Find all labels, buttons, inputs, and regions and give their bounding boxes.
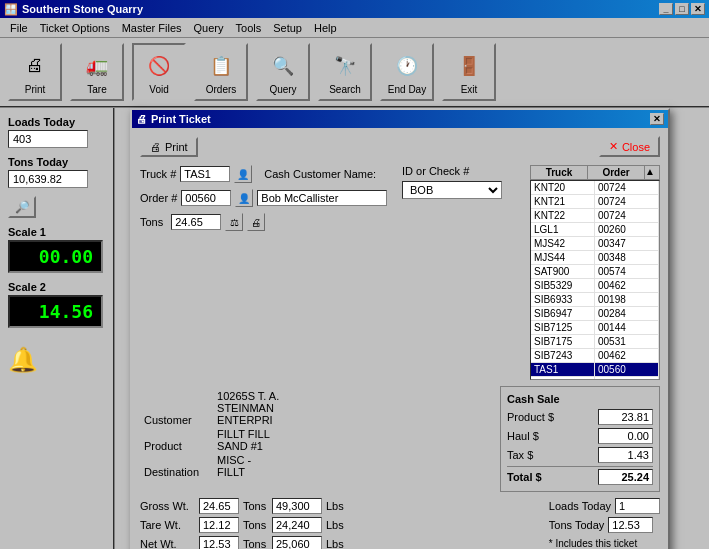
search-label: Search bbox=[329, 84, 361, 95]
truck-list-row[interactable]: MJS4400348 bbox=[531, 251, 659, 265]
exit-button[interactable]: 🚪 Exit bbox=[442, 43, 496, 101]
void-label: Void bbox=[149, 84, 168, 95]
id-check-select[interactable]: BOB bbox=[402, 181, 502, 199]
truck-list-row[interactable]: SIB532900462 bbox=[531, 279, 659, 293]
order-cell: 00198 bbox=[595, 293, 659, 306]
list-header: Truck Order ▲ bbox=[530, 165, 660, 180]
menu-master-files[interactable]: Master Files bbox=[116, 20, 188, 36]
order-cell: 00284 bbox=[595, 307, 659, 320]
menu-setup[interactable]: Setup bbox=[267, 20, 308, 36]
orders-button[interactable]: 📋 Orders bbox=[194, 43, 248, 101]
tare-tons-unit: Tons bbox=[243, 519, 268, 531]
order-cell: 00560 bbox=[595, 363, 659, 376]
menu-query[interactable]: Query bbox=[188, 20, 230, 36]
tare-lbs-unit: Lbs bbox=[326, 519, 351, 531]
truck-list-row[interactable]: SAT90000574 bbox=[531, 265, 659, 279]
truck-input[interactable] bbox=[180, 166, 230, 182]
tons-input[interactable] bbox=[171, 214, 221, 230]
order-cell: 00209 bbox=[595, 377, 659, 380]
minimize-button[interactable]: _ bbox=[659, 3, 673, 15]
gross-tons-unit: Tons bbox=[243, 500, 268, 512]
gross-lbs-unit: Lbs bbox=[326, 500, 351, 512]
print-btn-icon: 🖨 bbox=[150, 141, 161, 153]
truck-cell: WIN350 bbox=[531, 377, 595, 380]
dialog-title-left: 🖨 Print Ticket bbox=[136, 113, 211, 125]
truck-cell: SIB5329 bbox=[531, 279, 595, 292]
truck-label: Truck # bbox=[140, 168, 176, 180]
truck-cell: KNT21 bbox=[531, 195, 595, 208]
truck-cell: KNT20 bbox=[531, 181, 595, 194]
print-toolbar-button[interactable]: 🖨 Print bbox=[8, 43, 62, 101]
menu-bar: File Ticket Options Master Files Query T… bbox=[0, 18, 709, 38]
end-day-button[interactable]: 🕐 End Day bbox=[380, 43, 434, 101]
menu-ticket-options[interactable]: Ticket Options bbox=[34, 20, 116, 36]
order-input[interactable] bbox=[181, 190, 231, 206]
tare-button[interactable]: 🚛 Tare bbox=[70, 43, 124, 101]
tons-today-section: Tons Today 10,639.82 bbox=[8, 156, 105, 188]
list-col-order: Order bbox=[588, 166, 645, 179]
truck-list-row[interactable]: SIB717500531 bbox=[531, 335, 659, 349]
loads-today-section: Loads Today 403 bbox=[8, 116, 105, 148]
product-field-value: FILLT FILL SAND #1 bbox=[217, 428, 282, 452]
cash-customer-label: Cash Customer Name: bbox=[264, 168, 376, 180]
truck-cell: KNT22 bbox=[531, 209, 595, 222]
order-cell: 00462 bbox=[595, 349, 659, 362]
left-panel: Loads Today 403 Tons Today 10,639.82 🔎 S… bbox=[0, 108, 115, 549]
id-check-label: ID or Check # bbox=[402, 165, 522, 177]
truck-list-row[interactable]: KNT2100724 bbox=[531, 195, 659, 209]
destination-row: Destination MISC - FILLT bbox=[144, 454, 488, 478]
orders-icon: 📋 bbox=[205, 50, 237, 82]
dialog-loads-value: 1 bbox=[615, 498, 660, 514]
order-lookup-button[interactable]: 👤 bbox=[235, 189, 253, 207]
menu-file[interactable]: File bbox=[4, 20, 34, 36]
customer-info: Customer 10265S T. A. STEINMAN ENTERPRI … bbox=[140, 386, 492, 492]
scale-icon-button[interactable]: ⚖ bbox=[225, 213, 243, 231]
truck-cell: SIB7125 bbox=[531, 321, 595, 334]
scroll-up-button[interactable]: ▲ bbox=[645, 166, 659, 179]
menu-tools[interactable]: Tools bbox=[230, 20, 268, 36]
query-button[interactable]: 🔍 Query bbox=[256, 43, 310, 101]
scale2-label: Scale 2 bbox=[8, 281, 105, 293]
product-price-row: Product $ 23.81 bbox=[507, 409, 653, 425]
haul-value: 0.00 bbox=[598, 428, 653, 444]
title-bar-left: 🪟 Southern Stone Quarry bbox=[4, 3, 143, 16]
truck-list-row[interactable]: KNT2000724 bbox=[531, 181, 659, 195]
close-button[interactable]: ✕ Close bbox=[599, 136, 660, 157]
product-price-label: Product $ bbox=[507, 411, 554, 423]
print-small-button[interactable]: 🖨 bbox=[247, 213, 265, 231]
customer-name-input[interactable] bbox=[257, 190, 387, 206]
close-icon: ✕ bbox=[609, 140, 618, 153]
tare-lbs: 24,240 bbox=[272, 517, 322, 533]
truck-list-row[interactable]: SIB694700284 bbox=[531, 307, 659, 321]
app-title: Southern Stone Quarry bbox=[22, 3, 143, 15]
query-label: Query bbox=[269, 84, 296, 95]
truck-list[interactable]: KNT2000724KNT2100724KNT2200724LGL100260M… bbox=[530, 180, 660, 380]
truck-list-row[interactable]: TAS100560 bbox=[531, 363, 659, 377]
loads-section: Loads Today 1 Tons Today 12.53 * Include… bbox=[549, 498, 660, 549]
truck-list-row[interactable]: WIN35000209 bbox=[531, 377, 659, 380]
truck-list-row[interactable]: SIB693300198 bbox=[531, 293, 659, 307]
customer-row: Customer 10265S T. A. STEINMAN ENTERPRI bbox=[144, 390, 488, 426]
maximize-button[interactable]: □ bbox=[675, 3, 689, 15]
truck-list-row[interactable]: KNT2200724 bbox=[531, 209, 659, 223]
dialog-tons-value: 12.53 bbox=[608, 517, 653, 533]
truck-lookup-button[interactable]: 👤 bbox=[234, 165, 252, 183]
dialog-close-x-button[interactable]: ✕ bbox=[650, 113, 664, 125]
truck-list-row[interactable]: MJS4200347 bbox=[531, 237, 659, 251]
haul-row: Haul $ 0.00 bbox=[507, 428, 653, 444]
void-button[interactable]: 🚫 Void bbox=[132, 43, 186, 101]
truck-list-row[interactable]: LGL100260 bbox=[531, 223, 659, 237]
menu-help[interactable]: Help bbox=[308, 20, 343, 36]
truck-row: Truck # 👤 Cash Customer Name: bbox=[140, 165, 394, 183]
close-window-button[interactable]: ✕ bbox=[691, 3, 705, 15]
print-button[interactable]: 🖨 Print bbox=[140, 137, 198, 157]
lookup-button[interactable]: 🔎 bbox=[8, 196, 36, 218]
order-row: Order # 👤 bbox=[140, 189, 394, 207]
total-label: Total $ bbox=[507, 471, 542, 483]
title-bar-controls: _ □ ✕ bbox=[659, 3, 705, 15]
truck-list-row[interactable]: SIB712500144 bbox=[531, 321, 659, 335]
product-price-value: 23.81 bbox=[598, 409, 653, 425]
total-row: Total $ 25.24 bbox=[507, 466, 653, 485]
truck-list-row[interactable]: SIB724300462 bbox=[531, 349, 659, 363]
search-button[interactable]: 🔭 Search bbox=[318, 43, 372, 101]
